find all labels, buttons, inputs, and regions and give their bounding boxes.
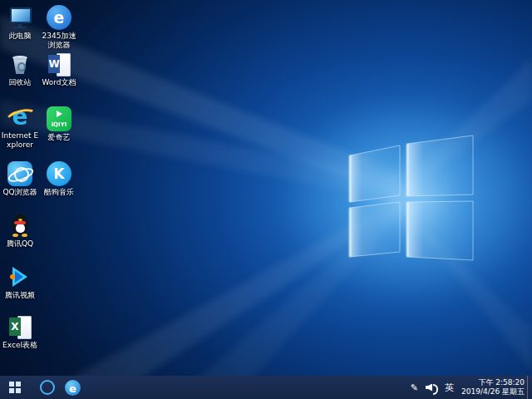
volume-icon[interactable] — [426, 383, 437, 392]
iqiyi-logo-text: iQIYI — [47, 121, 71, 128]
desktop-icon-qq-browser[interactable]: QQ浏览器 — [1, 161, 39, 197]
cortana-icon[interactable] — [40, 380, 55, 395]
clock-date: 2019/4/26 星期五 — [461, 387, 525, 397]
tencent-video-icon — [7, 264, 32, 289]
icon-label: 此电脑 — [1, 32, 39, 41]
desktop-icon-kugou[interactable]: K 酷狗音乐 — [40, 161, 78, 197]
icon-label: Excel表格 — [1, 341, 39, 350]
icon-label: 爱奇艺 — [40, 133, 78, 142]
desktop: 此电脑 e 2345加速浏览器 回收站 W Word文档 e Internet … — [0, 0, 532, 399]
edge-letter: e — [69, 382, 76, 395]
iqiyi-icon: iQIYI — [47, 106, 71, 131]
desktop-icon-excel[interactable]: X Excel表格 — [1, 314, 39, 350]
show-desktop-button[interactable] — [527, 376, 532, 399]
kugou-letter: K — [47, 161, 71, 186]
icon-label: Internet Explorer — [1, 131, 39, 150]
tencent-qq-icon — [7, 213, 32, 238]
this-pc-icon — [7, 5, 32, 30]
language-indicator[interactable]: 英 — [445, 382, 454, 394]
desktop-icon-tencent-qq[interactable]: 腾讯QQ — [1, 213, 39, 249]
desktop-icon-tencent-video[interactable]: 腾讯视频 — [1, 264, 39, 300]
icon-label: 酷狗音乐 — [40, 188, 78, 197]
icon-label: 回收站 — [1, 78, 39, 87]
icon-label: 腾讯QQ — [1, 239, 39, 249]
clock-time: 下午 2:58:20 — [461, 378, 525, 387]
start-button[interactable] — [0, 376, 30, 399]
desktop-icon-recycle-bin[interactable]: 回收站 — [1, 52, 39, 87]
pen-input-icon[interactable]: ✎ — [411, 382, 418, 393]
desktop-icon-word[interactable]: W Word文档 — [40, 52, 78, 87]
icon-label: Word文档 — [40, 78, 78, 87]
icon-label: QQ浏览器 — [1, 188, 39, 197]
desktop-icon-iqiyi[interactable]: iQIYI 爱奇艺 — [40, 106, 78, 142]
2345-letter: e — [47, 5, 71, 30]
kugou-icon: K — [47, 161, 71, 186]
2345-browser-icon: e — [47, 5, 71, 30]
desktop-icon-2345-browser[interactable]: e 2345加速浏览器 — [40, 5, 78, 50]
excel-icon: X — [7, 314, 32, 339]
desktop-icon-this-pc[interactable]: 此电脑 — [1, 5, 39, 41]
excel-letter: X — [9, 318, 21, 336]
system-tray: ✎ 英 下午 2:58:20 2019/4/26 星期五 — [411, 376, 532, 399]
icon-label: 腾讯视频 — [1, 291, 39, 300]
icon-label: 2345加速浏览器 — [40, 32, 78, 50]
wallpaper-image — [0, 0, 532, 399]
word-icon: W — [47, 52, 71, 76]
qq-browser-icon — [7, 161, 32, 186]
internet-explorer-icon: e — [7, 105, 32, 130]
taskbar-clock[interactable]: 下午 2:58:20 2019/4/26 星期五 — [461, 378, 525, 397]
recycle-bin-icon — [7, 52, 32, 76]
edge-browser-icon[interactable]: e — [65, 380, 81, 396]
taskbar: e ✎ 英 下午 2:58:20 2019/4/26 星期五 — [0, 376, 532, 399]
desktop-icon-internet-explorer[interactable]: e Internet Explorer — [1, 105, 39, 150]
windows-logo-icon — [9, 382, 21, 393]
word-letter: W — [48, 55, 60, 73]
